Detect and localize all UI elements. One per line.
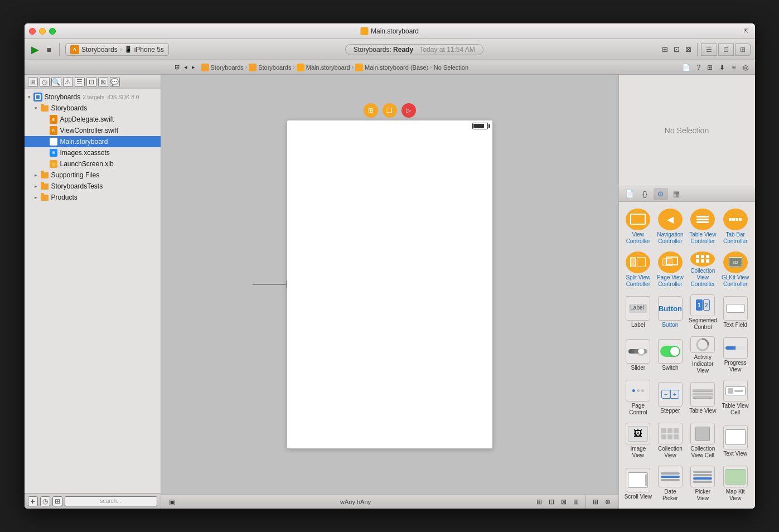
sidebar-item-products[interactable]: Products xyxy=(25,192,161,203)
sidebar-item-launch-screen[interactable]: ⊡ LaunchScreen.xib xyxy=(25,158,161,170)
sidebar-item-supporting-files[interactable]: Supporting Files xyxy=(25,170,161,181)
sidebar-item-main-storyboard[interactable]: ⊞ Main.storyboard xyxy=(25,136,161,147)
grid-button[interactable]: ⊞ xyxy=(591,497,601,507)
storyboard-canvas[interactable]: ⊞ ❑ ▷ xyxy=(161,75,618,495)
lib-collection-view[interactable]: Collection View xyxy=(655,420,685,461)
inspector-tab-identity[interactable]: ⊙ xyxy=(654,188,668,200)
zoom-button[interactable] xyxy=(49,28,56,35)
breadcrumb-view-mode[interactable]: ⊞ xyxy=(173,63,181,71)
inspector-tab-file[interactable]: 📄 xyxy=(622,188,637,200)
label-lib-label: Label xyxy=(631,322,645,328)
breadcrumb-item-4[interactable]: Main.storyboard (Base) xyxy=(355,64,428,71)
sidebar-tool-clock[interactable]: ◷ xyxy=(40,77,50,87)
help-button[interactable]: ? xyxy=(695,62,703,72)
exit-scene-icon[interactable]: ▷ xyxy=(401,103,416,118)
view-controller-canvas[interactable] xyxy=(287,120,493,449)
lib-image-view[interactable]: 🖼 Image View xyxy=(623,420,654,461)
zoom-fit-button[interactable]: ⊞ xyxy=(534,497,544,507)
lib-table-view[interactable]: Table View xyxy=(688,378,718,418)
view-controller-icon: S xyxy=(49,126,58,135)
lib-scroll-view[interactable]: Scroll View xyxy=(623,463,654,504)
lib-switch[interactable]: Switch xyxy=(655,335,685,376)
fullscreen-button[interactable]: ⇱ xyxy=(742,27,751,35)
lib-tab-bar-controller[interactable]: Tab Bar Controller xyxy=(720,206,751,247)
stepper-lib-label: Stepper xyxy=(660,408,680,414)
stop-button[interactable]: ■ xyxy=(45,44,54,55)
sidebar-item-storyboards-group[interactable]: Storyboards xyxy=(25,103,161,114)
sidebar-tool-search[interactable]: 🔍 xyxy=(51,77,61,87)
lib-table-view-cell[interactable]: Table View Cell xyxy=(720,378,751,418)
navigator-toggle[interactable]: ☰ xyxy=(701,43,717,56)
sidebar-tool-list[interactable]: ☰ xyxy=(75,77,85,87)
bookmark-button[interactable]: ⊞ xyxy=(705,62,715,72)
lib-page-view-controller[interactable]: Page View Controller xyxy=(655,249,685,290)
sidebar-item-app-delegate[interactable]: S AppDelegate.swift xyxy=(25,114,161,125)
breadcrumb-item-2[interactable]: Storyboards xyxy=(249,64,291,71)
editor-standard-button[interactable]: ⊞ xyxy=(660,44,670,55)
editor-bottom-bar: ▣ wAny hAny ⊞ ⊡ ⊠ ⊞ ⊞ ⊕ xyxy=(161,495,618,509)
zoom-control[interactable]: ⊕ xyxy=(603,497,613,507)
storyboards-group-disclosure xyxy=(33,105,39,111)
sidebar-tool-comment[interactable]: 💬 xyxy=(110,77,120,87)
lib-stepper[interactable]: − + Stepper xyxy=(655,378,685,418)
project-name: Storyboards xyxy=(45,93,81,101)
share-button[interactable]: ◎ xyxy=(741,62,751,72)
zoom-page-button[interactable]: ⊞ xyxy=(571,497,581,507)
sidebar-tool-git[interactable]: ⊠ xyxy=(98,77,108,87)
view-controller-scene-icon[interactable]: ⊞ xyxy=(364,103,378,118)
sidebar-item-storyboards-tests[interactable]: StoryboardsTests xyxy=(25,181,161,192)
lib-progress-view[interactable]: Progress View xyxy=(720,335,751,376)
lib-slider[interactable]: Slider xyxy=(623,335,654,376)
lib-date-picker[interactable]: Date Picker xyxy=(655,463,685,504)
filter-button[interactable]: ⊞ xyxy=(52,496,62,506)
lib-picker-view[interactable]: Picker View xyxy=(688,463,718,504)
breadcrumb-arrow-3: › xyxy=(352,64,354,70)
inspector-tab-attributes[interactable]: ▦ xyxy=(669,188,684,200)
run-button[interactable]: ▶ xyxy=(29,42,41,57)
lib-activity-indicator[interactable]: Activity Indicator View xyxy=(688,335,718,376)
lib-segmented-control[interactable]: 1 2 Segmented Control xyxy=(688,292,718,333)
sidebar-item-images[interactable]: ⊞ Images.xcassets xyxy=(25,147,161,158)
collection-cell-icon-inner xyxy=(695,427,710,441)
debug-toggle[interactable]: ⊡ xyxy=(718,43,734,56)
editor-assistant-button[interactable]: ⊡ xyxy=(671,44,682,55)
breadcrumb-item-3[interactable]: Main.storyboard xyxy=(297,64,350,71)
new-file-button[interactable]: 📄 xyxy=(680,62,693,72)
view-as-button[interactable]: ▣ xyxy=(167,497,177,507)
scheme-selector[interactable]: A Storyboards › 📱 iPhone 5s xyxy=(65,43,169,56)
search-filter-button[interactable]: search... xyxy=(65,496,157,506)
first-responder-scene-icon[interactable]: ❑ xyxy=(383,103,397,118)
lib-text-field[interactable]: Text Field xyxy=(720,292,751,333)
breadcrumb-back[interactable]: ◂ xyxy=(182,63,189,71)
zoom-width-button[interactable]: ⊡ xyxy=(546,497,557,507)
sidebar-tool-warning[interactable]: ⚠ xyxy=(63,77,73,87)
add-file-button[interactable]: + xyxy=(28,496,38,506)
project-root[interactable]: Storyboards 2 targets, iOS SDK 8.0 xyxy=(25,91,161,103)
lib-text-view[interactable]: Text View xyxy=(720,420,751,461)
lib-collection-cell[interactable]: Collection View Cell xyxy=(688,420,718,461)
zoom-height-button[interactable]: ⊠ xyxy=(559,497,569,507)
sidebar-item-view-controller[interactable]: S ViewController.swift xyxy=(25,125,161,136)
lib-table-view-controller[interactable]: Table View Controller xyxy=(688,206,718,247)
breadcrumb-item-1[interactable]: Storyboards xyxy=(201,64,244,71)
inspector-tab-quick[interactable]: {} xyxy=(638,188,652,200)
download-button[interactable]: ⬇ xyxy=(717,62,727,72)
minimize-button[interactable] xyxy=(39,28,46,35)
lib-collection-view-controller[interactable]: Collection View Controller xyxy=(688,249,718,290)
editor-version-button[interactable]: ⊠ xyxy=(683,44,694,55)
lib-map-view[interactable]: Map Kit View xyxy=(720,463,751,504)
lib-page-control[interactable]: Page Control xyxy=(623,378,654,418)
localize-button[interactable]: ≡ xyxy=(729,62,738,72)
lib-glkit-view-controller[interactable]: 3D GLKit View Controller xyxy=(720,249,751,290)
sidebar-tool-navigator[interactable]: ⊞ xyxy=(28,77,38,87)
inspector-toggle[interactable]: ⊞ xyxy=(735,43,751,56)
lib-view-controller[interactable]: View Controller xyxy=(623,206,654,247)
history-button[interactable]: ◷ xyxy=(40,496,50,506)
close-button[interactable] xyxy=(29,28,36,35)
breadcrumb-forward[interactable]: ▸ xyxy=(190,63,197,71)
lib-label[interactable]: Label Label xyxy=(623,292,654,333)
lib-button[interactable]: Button Button xyxy=(655,292,685,333)
lib-nav-controller[interactable]: ◀ Navigation Controller xyxy=(655,206,685,247)
lib-split-view-controller[interactable]: Split View Controller xyxy=(623,249,654,290)
sidebar-tool-hierarchy[interactable]: ⊡ xyxy=(86,77,96,87)
